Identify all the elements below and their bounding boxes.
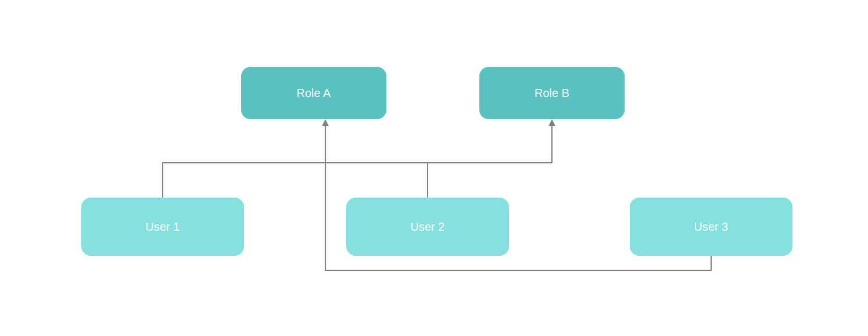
role-a-node: Role A <box>241 67 386 119</box>
user-2-node: User 2 <box>346 198 509 256</box>
arrowhead-rolea <box>322 119 329 126</box>
user-3-node: User 3 <box>630 198 792 256</box>
connector-lines <box>0 0 868 336</box>
role-b-node: Role B <box>479 67 625 119</box>
role-user-diagram: Role A Role B User 1 User 2 User 3 <box>0 0 868 336</box>
user-1-node: User 1 <box>81 198 244 256</box>
arrowhead-roleb <box>548 119 555 126</box>
user-1-label: User 1 <box>146 220 180 234</box>
user-3-label: User 3 <box>694 220 729 234</box>
connector-user1-rolea <box>163 163 314 198</box>
role-b-label: Role B <box>535 87 569 100</box>
role-a-label: Role A <box>297 87 331 100</box>
user-2-label: User 2 <box>411 220 445 234</box>
